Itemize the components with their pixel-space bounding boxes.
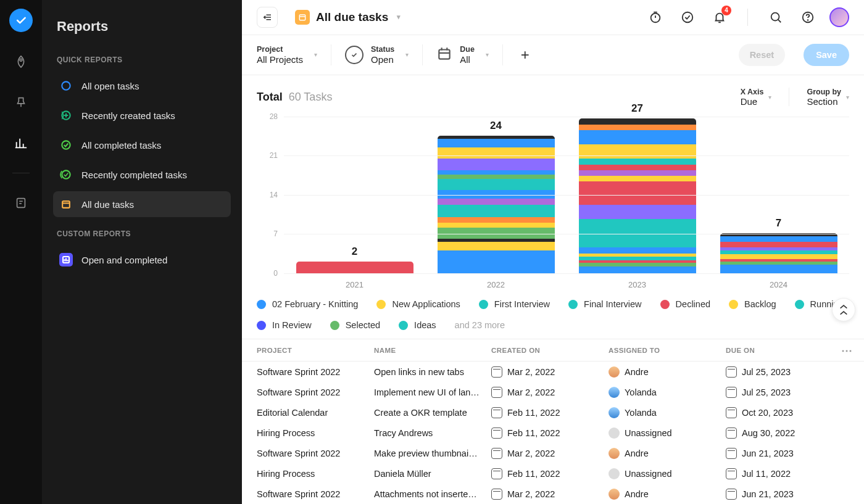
legend-item[interactable]: 02 February - Knitting — [257, 299, 358, 309]
help-icon[interactable] — [797, 7, 818, 28]
col-name[interactable]: NAME — [374, 347, 491, 354]
tasks-table: PROJECT NAME CREATED ON ASSIGNED TO DUE … — [242, 339, 864, 504]
x-axis-dropdown[interactable]: X Axis Due ▾ — [741, 88, 772, 107]
chevron-down-icon: ▾ — [397, 13, 401, 21]
totals-row: Total 60 Tasks X Axis Due ▾ Group by Sec… — [242, 75, 864, 107]
sidebar-item-label: Recently created tasks — [81, 110, 175, 121]
sidebar-item[interactable]: All completed tasks — [53, 132, 231, 158]
report-icon — [59, 253, 73, 266]
calendar-icon — [491, 407, 502, 418]
calendar-icon — [295, 10, 310, 25]
chart: 07142128 224277 2021202220232024 — [257, 117, 849, 292]
table-row[interactable]: Software Sprint 2022Implement new UI of … — [242, 382, 864, 402]
collapse-sidebar-button[interactable] — [257, 7, 278, 28]
svg-point-24 — [683, 12, 693, 23]
sidebar-item-label: Open and completed — [81, 255, 167, 265]
reset-button[interactable]: Reset — [739, 44, 786, 66]
sidebar-item-icon — [59, 109, 73, 122]
legend-item[interactable]: New Applications — [376, 299, 460, 309]
col-project[interactable]: PROJECT — [257, 347, 374, 354]
note-icon[interactable] — [10, 192, 32, 214]
page-title-dropdown[interactable]: All due tasks ▾ — [295, 10, 401, 25]
svg-rect-30 — [439, 49, 450, 59]
bell-icon[interactable]: 4 — [709, 7, 730, 28]
calendar-icon — [491, 489, 502, 500]
legend-item[interactable]: Selected — [330, 320, 380, 330]
sidebar-item[interactable]: Recently completed tasks — [53, 162, 231, 188]
sidebar-item[interactable]: All due tasks — [53, 191, 231, 217]
timer-icon[interactable] — [645, 7, 666, 28]
sidebar-item-icon — [59, 138, 73, 152]
chart-legend: 02 February - KnittingNew ApplicationsFi… — [242, 292, 864, 334]
svg-rect-19 — [299, 15, 305, 20]
table-row[interactable]: Hiring ProcessTracy AndrewsFeb 11, 2022U… — [242, 423, 864, 443]
table-row[interactable]: Hiring ProcessDaniela MüllerFeb 11, 2022… — [242, 463, 864, 484]
sidebar: Reports QUICK REPORTS All open tasksRece… — [42, 0, 242, 504]
calendar-icon — [726, 468, 737, 479]
status-icon — [345, 46, 363, 64]
table-row[interactable]: Software Sprint 2022Make preview thumbna… — [242, 443, 864, 463]
avatar-icon — [609, 448, 620, 459]
sidebar-item-label: Recently completed tasks — [81, 170, 187, 180]
calendar-icon — [491, 387, 502, 398]
avatar-icon — [609, 489, 620, 500]
filter-bar: Project All Projects ▾ Status Open ▾ Due… — [242, 35, 864, 75]
save-button[interactable]: Save — [804, 44, 849, 66]
header-divider — [747, 9, 748, 26]
total-count: 60 Tasks — [289, 91, 333, 104]
svg-rect-1 — [17, 199, 25, 208]
col-created[interactable]: CREATED ON — [491, 347, 609, 354]
avatar[interactable] — [829, 7, 849, 27]
sidebar-item[interactable]: Open and completed — [53, 247, 231, 273]
sidebar-item-label: All completed tasks — [81, 140, 161, 151]
calendar-icon — [491, 448, 502, 459]
legend-item[interactable]: Backlog — [729, 299, 776, 309]
legend-item[interactable]: Ideas — [399, 320, 436, 330]
table-row[interactable]: Editorial CalendarCreate a OKR templateF… — [242, 402, 864, 423]
col-due[interactable]: DUE ON — [726, 347, 849, 354]
page-title: All due tasks — [316, 10, 388, 24]
sidebar-item-icon — [59, 79, 73, 93]
search-icon[interactable] — [765, 7, 786, 28]
svg-point-29 — [808, 20, 808, 20]
header: All due tasks ▾ 4 — [242, 0, 864, 35]
calendar-icon — [726, 489, 737, 500]
legend-item[interactable]: First Interview — [479, 299, 550, 309]
calendar-icon — [491, 428, 502, 439]
filter-project[interactable]: Project All Projects ▾ — [257, 45, 317, 65]
table-row[interactable]: Software Sprint 2022Open links in new ta… — [242, 361, 864, 382]
legend-item[interactable]: Final Interview — [568, 299, 641, 309]
sidebar-item-icon — [59, 168, 73, 181]
main-panel: All due tasks ▾ 4 Project All Projects — [242, 0, 864, 504]
table-header: PROJECT NAME CREATED ON ASSIGNED TO DUE … — [242, 339, 864, 361]
icon-rail — [0, 0, 42, 504]
rocket-icon[interactable] — [10, 51, 32, 73]
group-by-dropdown[interactable]: Group by Section ▾ — [807, 88, 849, 107]
calendar-icon — [726, 407, 737, 418]
calendar-icon — [726, 448, 737, 459]
col-assigned[interactable]: ASSIGNED TO — [609, 347, 726, 354]
reports-icon[interactable] — [10, 132, 32, 154]
avatar-icon — [609, 407, 620, 418]
sidebar-quick-label: QUICK REPORTS — [53, 56, 231, 64]
check-circle-icon[interactable] — [677, 7, 698, 28]
avatar-icon — [609, 428, 620, 439]
legend-item[interactable]: Declined — [660, 299, 710, 309]
scroll-to-top-button[interactable] — [832, 298, 855, 321]
filter-due[interactable]: Due All ▾ — [436, 45, 489, 65]
table-more-icon[interactable]: ⋯ — [841, 344, 853, 357]
calendar-icon — [726, 387, 737, 398]
svg-point-21 — [651, 14, 660, 23]
sidebar-item[interactable]: Recently created tasks — [53, 102, 231, 128]
filter-status[interactable]: Status Open ▾ — [345, 45, 409, 65]
sidebar-item-label: All open tasks — [81, 81, 139, 91]
legend-more[interactable]: and 23 more — [455, 320, 505, 330]
rail-divider — [12, 173, 30, 173]
table-row[interactable]: Software Sprint 2022Attachments not inse… — [242, 484, 864, 504]
pin-icon[interactable] — [10, 91, 32, 114]
legend-item[interactable]: In Review — [257, 320, 312, 330]
add-filter-button[interactable]: + — [517, 46, 534, 64]
sidebar-item[interactable]: All open tasks — [53, 73, 231, 99]
svg-line-27 — [778, 20, 781, 23]
calendar-icon — [726, 366, 737, 378]
